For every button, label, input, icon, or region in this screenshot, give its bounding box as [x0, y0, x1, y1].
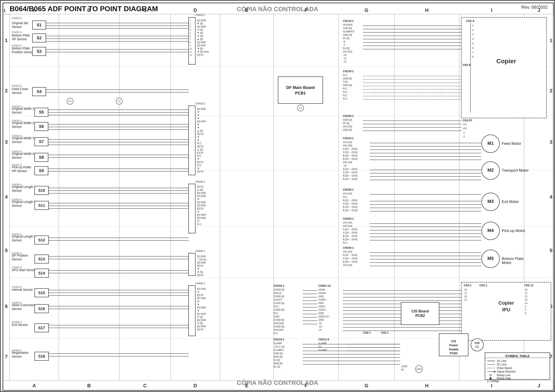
svg-text:GND [0]: GND [0]: [343, 77, 352, 80]
svg-text:2: 2: [190, 22, 191, 25]
svg-rect-91: [35, 137, 48, 146]
main-title: B064/B065 ADF POINT TO POINT DIAGRAM: [10, 5, 158, 13]
svg-text:9V: 9V: [401, 368, 404, 371]
svg-text:1: 1: [5, 37, 7, 43]
svg-text:XSDC+: XSDC+: [318, 308, 327, 311]
svg-text:Original Width 3: Original Width 3: [12, 136, 34, 140]
svg-text:B [24 →0/24]: B [24 →0/24]: [343, 178, 357, 180]
svg-text:N.C.: N.C.: [343, 74, 348, 76]
svg-text:▼: ▼: [197, 167, 199, 170]
svg-text:CN3-P1: CN3-P1: [463, 119, 472, 122]
svg-text:10: 10: [190, 48, 192, 50]
svg-text:-6: -6: [472, 47, 474, 49]
svg-text:A: A: [32, 383, 36, 388]
svg-text:▼ [5]: ▼ [5]: [197, 316, 203, 318]
svg-text:7: 7: [5, 354, 7, 359]
svg-text:CN340-1: CN340-1: [343, 246, 354, 249]
svg-text:GLAMP: GLAMP: [318, 349, 327, 351]
svg-text:-10: -10: [524, 289, 527, 291]
svg-text:24V [24]: 24V [24]: [343, 221, 352, 224]
svg-text:▼: ▼: [197, 114, 199, 116]
svg-text:GND [0]: GND [0]: [343, 34, 352, 36]
svg-text:Sensor: Sensor: [12, 125, 22, 128]
svg-text:N.C.: N.C.: [197, 223, 202, 226]
svg-text:CN310-1: CN310-1: [343, 137, 354, 140]
svg-rect-279: [278, 77, 323, 103]
svg-text:CIS: CIS: [451, 340, 456, 343]
svg-text:▼: ▼: [197, 123, 199, 126]
svg-text:N.C.: N.C.: [343, 94, 348, 97]
svg-text:CIS Board: CIS Board: [411, 309, 429, 313]
svg-text:-12: -12: [318, 322, 322, 325]
svg-text:PCB3: PCB3: [450, 352, 458, 355]
svg-text:S14: S14: [38, 271, 45, 275]
svg-text:Sensor: Sensor: [12, 140, 22, 144]
svg-text:11: 11: [190, 51, 192, 53]
svg-text:-13: -13: [464, 299, 467, 301]
svg-text:5V [5]: 5V [5]: [343, 122, 350, 124]
svg-rect-134: [35, 304, 49, 313]
svg-text:[0] GND: [0] GND: [197, 306, 206, 309]
svg-text:▼: ▼: [197, 157, 199, 160]
svg-text:S17: S17: [38, 326, 45, 330]
svg-text:GND [0]: GND [0]: [274, 362, 283, 365]
svg-text:24V [24]: 24V [24]: [343, 264, 352, 266]
svg-text:B [24 →0/24]: B [24 →0/24]: [343, 260, 357, 263]
svg-text:[0] 5V: [0] 5V: [197, 170, 204, 173]
svg-text:▼: ▼: [197, 111, 199, 113]
svg-text:CN1-9: CN1-9: [466, 19, 475, 22]
svg-text:Pulse Signal: Pulse Signal: [497, 367, 512, 370]
svg-text:S12: S12: [38, 238, 45, 242]
svg-text:H: H: [425, 383, 429, 388]
svg-point-534: [416, 365, 423, 372]
svg-text:S16: S16: [38, 307, 45, 311]
svg-text:1: 1: [3, 8, 6, 13]
svg-text:T2: T2: [69, 100, 72, 103]
svg-rect-195: [189, 106, 195, 175]
svg-point-282: [297, 105, 304, 111]
wiring-diagram: A B C D E F G H I J A B C D E F G H I J …: [1, 1, 555, 392]
svg-text:A [24 →0/24]: A [24 →0/24]: [343, 168, 357, 170]
svg-text:▼: ▼: [197, 198, 199, 200]
svg-text:M1: M1: [488, 141, 494, 146]
svg-rect-121: [35, 255, 49, 263]
svg-text:M5: M5: [488, 256, 494, 261]
svg-text:S11: S11: [38, 203, 45, 208]
svg-rect-62: [32, 34, 46, 42]
svg-text:Pick-up Roller: Pick-up Roller: [12, 165, 31, 169]
svg-text:CN330-1: CN330-1: [343, 188, 354, 191]
svg-text:CN406-3: CN406-3: [12, 321, 22, 323]
svg-text:CN200-1: CN200-1: [274, 284, 284, 287]
svg-text:XSDB+: XSDB+: [318, 298, 326, 301]
svg-text:N.C.: N.C.: [343, 241, 348, 244]
svg-text:Feed Motor: Feed Motor: [502, 142, 521, 146]
svg-text:▼ [5]: ▼ [5]: [197, 29, 203, 31]
svg-text:DFGATE: DFGATE: [343, 23, 353, 26]
svg-text:-13: -13: [524, 299, 527, 301]
svg-text:Interval Sensor: Interval Sensor: [12, 288, 33, 292]
svg-text:CN210-1: CN210-1: [274, 338, 284, 341]
svg-text:4: 4: [190, 29, 191, 31]
svg-text:9: 9: [190, 44, 191, 47]
svg-text:▼: ▼: [197, 300, 199, 303]
svg-point-77: [116, 98, 122, 104]
svg-text:▼: ▼: [197, 309, 199, 312]
svg-text:DF Position: DF Position: [12, 254, 28, 257]
svg-rect-245: [189, 253, 195, 276]
svg-rect-261: [189, 286, 195, 336]
svg-text:Sensor: Sensor: [12, 238, 22, 242]
svg-text:[0] 5V: [0] 5V: [197, 53, 204, 56]
svg-rect-536: [485, 353, 550, 379]
svg-text:[0] GND: [0] GND: [197, 44, 206, 47]
svg-text:▲ [6]: ▲ [6]: [197, 129, 203, 132]
svg-text:XSIN: XSIN: [274, 315, 279, 318]
svg-text:DC Line: DC Line: [497, 363, 507, 366]
svg-text:N.C.: N.C.: [197, 142, 202, 145]
svg-text:[ ] Voltage: [ ] Voltage: [487, 379, 499, 383]
svg-text:▼: ▼: [197, 268, 199, 270]
svg-text:[0] GND: [0] GND: [197, 217, 206, 219]
svg-text:XSDC-: XSDC-: [318, 305, 326, 308]
svg-text:SYMBOL TABLE: SYMBOL TABLE: [505, 354, 530, 358]
svg-text:▼ [5]: ▼ [5]: [197, 35, 203, 37]
svg-text:-5: -5: [472, 42, 474, 45]
